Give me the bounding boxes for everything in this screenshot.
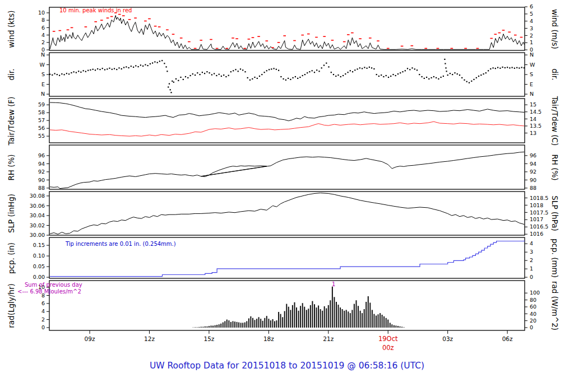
svg-text:E: E: [41, 81, 45, 87]
svg-text:09z: 09z: [85, 335, 95, 342]
svg-text:6: 6: [530, 3, 533, 10]
svg-text:03z: 03z: [442, 335, 453, 342]
svg-text:E: E: [530, 81, 533, 87]
weather-dashboard: 02468100123456NESWNNESWN55565758591313.5…: [0, 0, 574, 392]
svg-text:4: 4: [41, 308, 45, 314]
svg-text:1: 1: [530, 265, 533, 272]
svg-text:90: 90: [530, 177, 536, 183]
svg-text:58: 58: [38, 109, 45, 115]
svg-text:30.08: 30.08: [30, 193, 45, 199]
svg-text:1017.5: 1017.5: [530, 209, 548, 216]
svg-text:4: 4: [41, 32, 45, 38]
svg-text:30.00: 30.00: [30, 232, 45, 238]
rad-sum-note-line1: Sum of previous day: [25, 282, 82, 288]
svg-text:94: 94: [38, 161, 45, 167]
dir-panel: NESWNNESWN: [40, 52, 535, 97]
svg-text:6: 6: [41, 300, 45, 306]
svg-text:2: 2: [41, 39, 45, 45]
svg-text:6: 6: [41, 25, 45, 31]
dir-left-axis-label: dir.: [7, 69, 16, 81]
tip-increments-note: Tip increments are 0.01 in. (0.254mm.): [66, 241, 176, 247]
svg-text:14: 14: [530, 116, 536, 122]
svg-text:30.04: 30.04: [30, 212, 45, 218]
svg-text:N: N: [530, 52, 534, 58]
svg-text:5: 5: [530, 11, 533, 17]
peak-winds-note: 10 min. peak winds in red: [59, 7, 132, 13]
svg-text:88: 88: [38, 185, 45, 191]
svg-text:40: 40: [530, 311, 536, 317]
svg-text:2: 2: [530, 257, 533, 263]
svg-text:0.10: 0.10: [33, 253, 45, 259]
svg-text:W: W: [530, 62, 535, 68]
svg-text:56: 56: [38, 125, 45, 131]
svg-text:1: 1: [530, 39, 533, 45]
rad-flag-marker: 1: [332, 281, 335, 287]
temp-left-axis-label: Tair/Tdew (F): [7, 96, 16, 145]
rh-panel: 88909294968890929496: [38, 145, 536, 191]
svg-text:92: 92: [530, 169, 536, 175]
svg-text:4: 4: [530, 240, 533, 246]
svg-text:3: 3: [530, 25, 533, 31]
rad-sum-note-line2: <--- 6.98 MJoules/m^2: [17, 288, 81, 295]
svg-text:S: S: [41, 71, 45, 77]
rh-left-axis-label: RH (%): [7, 154, 16, 180]
slp-right-axis-label: SLP (hPa): [550, 195, 559, 231]
svg-text:100: 100: [530, 290, 540, 296]
svg-text:06z: 06z: [502, 335, 513, 342]
svg-text:N: N: [530, 91, 534, 97]
svg-text:57: 57: [38, 117, 45, 123]
svg-text:15z: 15z: [203, 335, 214, 342]
weather-plot: 02468100123456NESWNNESWN55565758591313.5…: [0, 0, 574, 392]
time-axis: 09z12z15z18z21z19Oct00z03z06z: [85, 330, 513, 352]
svg-text:13: 13: [530, 130, 536, 136]
pcp-right-axis-label: pcp. (mm): [550, 239, 559, 278]
svg-text:80: 80: [530, 297, 536, 303]
svg-text:8: 8: [41, 17, 45, 23]
temperature-panel: 55565758591313.51414.515: [38, 99, 541, 143]
wind-left-axis-label: wind (kts): [7, 10, 16, 48]
rad-panel: 0246810020406080100: [38, 281, 540, 330]
svg-text:1016: 1016: [530, 231, 543, 237]
svg-text:0.05: 0.05: [33, 263, 45, 269]
svg-text:0: 0: [41, 324, 45, 330]
svg-text:30.02: 30.02: [30, 222, 45, 228]
svg-text:20: 20: [530, 318, 536, 324]
svg-text:92: 92: [38, 169, 45, 175]
svg-text:96: 96: [530, 152, 536, 158]
svg-text:0.00: 0.00: [33, 274, 45, 280]
svg-text:1018.5: 1018.5: [530, 195, 548, 201]
svg-text:60: 60: [530, 304, 536, 310]
svg-text:30.06: 30.06: [30, 203, 45, 209]
svg-text:S: S: [530, 71, 533, 77]
rad-right-axis-label: rad (W/m^2): [550, 281, 559, 330]
rad-left-axis-label: rad(Lgly/hr): [7, 283, 16, 328]
svg-text:N: N: [41, 91, 45, 97]
svg-text:96: 96: [38, 152, 45, 158]
svg-text:15: 15: [530, 101, 536, 108]
svg-text:2: 2: [41, 316, 45, 323]
svg-text:1017: 1017: [530, 216, 543, 222]
slp-panel: 30.0030.0230.0430.0630.0810161016.510171…: [30, 192, 548, 238]
dir-right-axis-label: dir.: [550, 69, 559, 81]
svg-text:18z: 18z: [263, 335, 274, 342]
wind-right-axis-label: wind (m/s): [550, 9, 559, 49]
svg-text:55: 55: [38, 133, 45, 139]
svg-text:10: 10: [38, 10, 45, 16]
svg-text:N: N: [41, 52, 45, 58]
svg-text:94: 94: [530, 161, 536, 167]
svg-text:3: 3: [530, 249, 533, 255]
pcp-left-axis-label: pcp. (in): [7, 242, 16, 274]
temp-right-axis-label: Tair/Tdew (C): [550, 96, 559, 146]
svg-text:21z: 21z: [323, 335, 334, 342]
svg-text:13.5: 13.5: [530, 123, 541, 129]
rh-right-axis-label: RH (%): [550, 154, 559, 180]
svg-text:88: 88: [530, 185, 536, 191]
svg-text:19Oct: 19Oct: [378, 335, 398, 343]
svg-text:90: 90: [38, 177, 45, 183]
svg-text:0: 0: [530, 274, 533, 280]
svg-text:2: 2: [530, 32, 533, 39]
svg-text:4: 4: [530, 18, 533, 24]
svg-text:12z: 12z: [144, 335, 155, 342]
slp-left-axis-label: SLP (inHg): [7, 194, 16, 233]
svg-text:59: 59: [38, 101, 45, 108]
